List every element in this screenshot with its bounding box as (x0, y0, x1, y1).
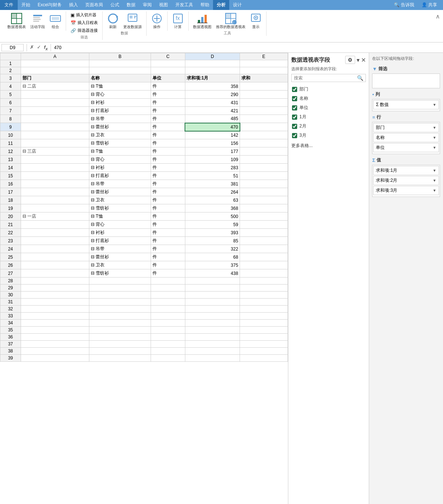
cell-e[interactable] (240, 229, 288, 237)
tab-design[interactable]: 设计 (229, 0, 245, 10)
cell-e[interactable] (240, 91, 288, 99)
cell-b[interactable]: ⊟ 卫衣 (89, 131, 151, 139)
cell-a[interactable] (21, 123, 89, 131)
cell-a[interactable] (21, 277, 89, 285)
tab-data[interactable]: 数据 (123, 0, 139, 10)
search-tool-btn[interactable]: 🔍 告诉我 (391, 1, 417, 9)
cell-d[interactable]: 109 (185, 156, 240, 164)
cell-a[interactable] (21, 107, 89, 115)
cell-c[interactable] (151, 292, 185, 299)
cell-a[interactable] (21, 253, 89, 261)
cell-d[interactable] (185, 355, 240, 362)
field-settings-btn[interactable]: ⚙ (345, 56, 355, 64)
row-unit-dropdown-icon[interactable]: ▼ (433, 146, 436, 150)
cell-b[interactable]: ⊟ 蕾丝衫 (89, 123, 151, 131)
cell-b[interactable] (89, 355, 151, 362)
cell-b[interactable] (89, 327, 151, 334)
row-header[interactable]: 31 (0, 299, 21, 306)
cell-c[interactable]: 件 (151, 107, 185, 115)
cell-a[interactable] (21, 261, 89, 269)
cell-d[interactable]: 求和项:1月 (185, 74, 240, 82)
cell-e[interactable] (240, 188, 288, 196)
cell-a[interactable] (21, 245, 89, 253)
cell-c[interactable] (151, 348, 185, 355)
cell-d[interactable]: 485 (185, 115, 240, 123)
tab-excel-finance[interactable]: Excel与财务 (34, 0, 65, 10)
cell-e[interactable] (240, 164, 288, 172)
tab-analyze[interactable]: 分析 (213, 0, 229, 10)
cell-e[interactable] (240, 285, 288, 292)
tab-view[interactable]: 视图 (155, 0, 172, 10)
cell-a[interactable] (21, 156, 89, 164)
cell-e[interactable] (240, 299, 288, 306)
cell-e[interactable] (240, 245, 288, 253)
cell-a[interactable]: ⊟ 一店 (21, 212, 89, 221)
cell-d[interactable]: 63 (185, 196, 240, 204)
cell-b[interactable]: ⊟ 打底衫 (89, 172, 151, 180)
spreadsheet[interactable]: A B C D E 123部门名称单位求和项:1月求和4⊟ 二店⊟ T恤件358… (0, 53, 288, 504)
change-data-source-btn[interactable]: 更改数据源 (122, 11, 143, 31)
cell-b[interactable]: 名称 (89, 74, 151, 82)
cell-b[interactable]: ⊟ T恤 (89, 212, 151, 221)
cell-b[interactable]: ⊟ 衬衫 (89, 99, 151, 107)
cell-d[interactable]: 85 (185, 237, 240, 245)
value-drop-zone[interactable]: 求和项:1月 ▼ 求和项:2月 ▼ 求和项:3月 ▼ (372, 165, 440, 197)
cell-b[interactable]: ⊟ 雪纺衫 (89, 204, 151, 212)
cell-e[interactable] (240, 334, 288, 341)
cell-e[interactable] (240, 253, 288, 261)
cell-e[interactable] (240, 156, 288, 164)
cell-e[interactable] (240, 147, 288, 156)
cell-d[interactable] (185, 341, 240, 348)
cell-c[interactable] (151, 306, 185, 313)
cell-a[interactable] (21, 91, 89, 99)
cell-d[interactable] (185, 299, 240, 306)
cell-d[interactable] (185, 285, 240, 292)
cell-e[interactable] (240, 60, 288, 67)
cell-a[interactable] (21, 131, 89, 139)
cell-e[interactable] (240, 237, 288, 245)
cell-d[interactable]: 358 (185, 82, 240, 91)
cell-e[interactable] (240, 123, 288, 131)
filter-drop-zone[interactable] (372, 74, 440, 88)
refresh-btn[interactable]: 刷新 (106, 11, 120, 31)
cell-d[interactable] (185, 320, 240, 327)
search-box[interactable]: 🔍 (291, 74, 366, 82)
cell-a[interactable] (21, 196, 89, 204)
pivot-table-btn[interactable]: 数据透视表 (6, 11, 27, 31)
cell-a[interactable] (21, 348, 89, 355)
tab-review[interactable]: 审阅 (139, 0, 155, 10)
cell-c[interactable] (151, 320, 185, 327)
row-unit-item[interactable]: 单位 ▼ (373, 143, 439, 152)
cell-d[interactable]: 381 (185, 180, 240, 188)
cell-c[interactable]: 件 (151, 180, 185, 188)
cell-d[interactable] (185, 327, 240, 334)
cell-e[interactable] (240, 313, 288, 320)
row-name-dropdown-icon[interactable]: ▼ (433, 136, 436, 140)
cell-e[interactable] (240, 355, 288, 362)
row-dept-dropdown-icon[interactable]: ▼ (433, 126, 436, 130)
cell-d[interactable] (185, 292, 240, 299)
cell-a[interactable] (21, 306, 89, 313)
value-sum1-item[interactable]: 求和项:1月 ▼ (373, 166, 439, 175)
cell-d[interactable]: 500 (185, 212, 240, 221)
cell-a[interactable] (21, 355, 89, 362)
value-sum1-dropdown-icon[interactable]: ▼ (433, 168, 436, 173)
cell-b[interactable]: ⊟ 吊带 (89, 245, 151, 253)
cell-b[interactable]: ⊟ 背心 (89, 156, 151, 164)
more-fields-link[interactable]: 更多表格... (291, 143, 366, 149)
group-btn[interactable]: 组合 (48, 11, 63, 31)
value-sum2-item[interactable]: 求和项:2月 ▼ (373, 176, 439, 185)
cell-b[interactable]: ⊟ 蕾丝衫 (89, 188, 151, 196)
row-header[interactable]: 27 (0, 269, 21, 277)
search-input[interactable] (294, 75, 357, 81)
row-header[interactable]: 12 (0, 147, 21, 156)
cell-b[interactable] (89, 60, 151, 67)
cell-c[interactable]: 件 (151, 172, 185, 180)
row-header[interactable]: 23 (0, 237, 21, 245)
cell-b[interactable]: ⊟ 衬衫 (89, 229, 151, 237)
row-header[interactable]: 24 (0, 245, 21, 253)
cell-d[interactable]: 322 (185, 245, 240, 253)
cell-e[interactable] (240, 115, 288, 123)
cell-c[interactable]: 件 (151, 123, 185, 131)
row-drop-zone[interactable]: 部门 ▼ 名称 ▼ 单位 ▼ (372, 122, 440, 154)
